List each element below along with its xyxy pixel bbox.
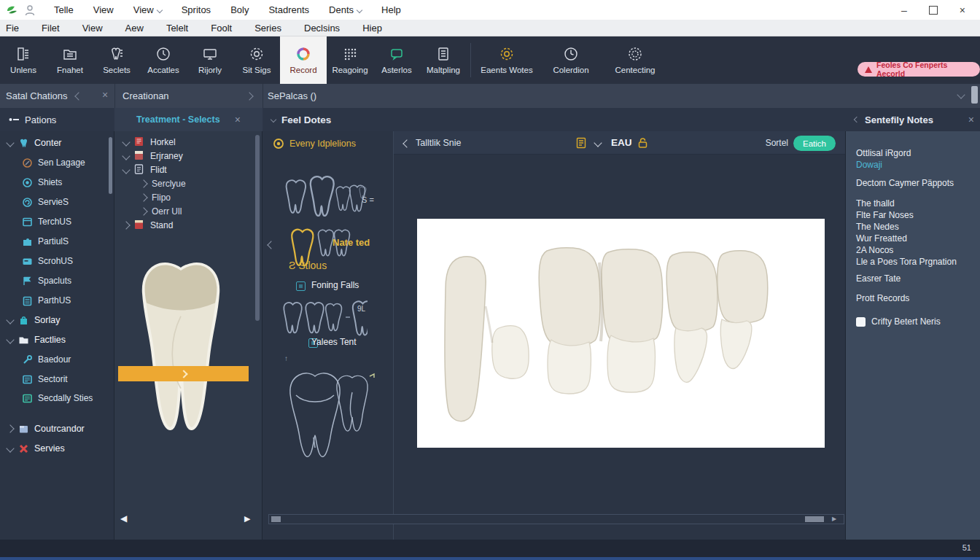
menu-series[interactable]: Series	[254, 23, 281, 34]
note-item[interactable]: Lle a Poes Tora Prgnation	[856, 256, 980, 268]
toolbar-asterlos-button[interactable]: Asterlos	[373, 36, 420, 84]
menu-foolt[interactable]: Foolt	[211, 23, 232, 34]
toolbar-fnahet-button[interactable]: Fnahet	[47, 36, 93, 84]
menu-help[interactable]: Help	[381, 4, 401, 15]
horizontal-scrollbar[interactable]: ▶	[268, 514, 844, 524]
sidebar-item-scrohus[interactable]: ScrohUS	[0, 255, 114, 267]
doc-yellow-icon[interactable]	[576, 137, 586, 149]
toolbar-unlens-button[interactable]: Unlens	[0, 36, 47, 84]
sidebar-item-terchus[interactable]: TerchUS	[0, 216, 114, 228]
next-arrow-button[interactable]: ▶	[244, 514, 250, 524]
sidebar-item-sen-lagage[interactable]: Sen Lagage	[0, 157, 114, 168]
note-item[interactable]: Flte Far Noses	[856, 209, 980, 221]
toolbar-accatles-button[interactable]: Accatles	[140, 36, 187, 84]
sidebar-item-sorlay[interactable]: Sorlay	[0, 314, 114, 326]
back-icon[interactable]	[402, 139, 411, 147]
scrollbar-thumb[interactable]	[255, 135, 260, 321]
notes-subheader[interactable]: Sentefily Notes ×	[846, 108, 980, 131]
scrollbar-thumb[interactable]	[971, 86, 978, 104]
minimize-button[interactable]: –	[901, 4, 907, 16]
menu-view[interactable]: View	[82, 23, 103, 34]
toolbar-rijorly-button[interactable]: Rijorly	[187, 36, 233, 84]
tree-item-erjraney[interactable]: Erjraney	[114, 150, 262, 161]
note-item[interactable]: Ottlisal iRgord	[856, 147, 980, 159]
menu-dents[interactable]: Dents	[329, 4, 362, 15]
menu-stadrents[interactable]: Stadrents	[268, 4, 309, 15]
chevron-down-icon[interactable]	[957, 90, 965, 98]
menu-aew[interactable]: Aew	[125, 23, 144, 34]
close-icon[interactable]: ×	[102, 89, 108, 101]
sidebar-item-baedour[interactable]: Baedour	[0, 354, 114, 365]
sidebar-item-sectorit[interactable]: Sectorit	[0, 373, 114, 385]
sidebar-item-coutrcandor[interactable]: Coutrcandor	[0, 423, 114, 435]
toolbar-eaents-wotes-button[interactable]: Eaents Wotes	[475, 36, 539, 84]
tree-item-stand[interactable]: Stand	[114, 219, 262, 230]
note-item[interactable]: Easrer Tate	[856, 273, 980, 284]
prev-arrow-button[interactable]: ◀	[120, 513, 127, 524]
menu-boly[interactable]: Boly	[230, 4, 249, 15]
checkbox-icon[interactable]	[296, 281, 306, 291]
toolbar-seclets-button[interactable]: Seclets	[93, 36, 140, 84]
chevron-left-icon[interactable]	[267, 241, 275, 249]
sidebar-item-spacluts[interactable]: Spacluts	[0, 275, 114, 287]
chevron-left-icon[interactable]	[74, 92, 82, 100]
edit-button[interactable]: Eatich	[793, 136, 836, 151]
notes-checkbox-row[interactable]: Crifty Betert Neris	[856, 316, 980, 327]
scroll-right-arrow[interactable]: ▶	[832, 516, 836, 522]
tooth-section-slider[interactable]	[118, 366, 249, 381]
close-icon[interactable]: ×	[235, 114, 241, 125]
scrollbar-thumb[interactable]	[109, 137, 112, 194]
alert-badge[interactable]: Feoles Co Fenperts Aecorld	[858, 62, 980, 77]
sidebar-item-secdally-sties[interactable]: Secdally Sties	[0, 393, 114, 415]
note-item[interactable]: 2A Nocos	[856, 244, 980, 256]
menu-fie[interactable]: Fie	[6, 23, 19, 34]
note-link[interactable]: Dowaji	[856, 159, 980, 171]
toolbar-record-button[interactable]: Record	[280, 36, 327, 84]
close-button[interactable]: ×	[960, 4, 965, 16]
tree-item-horkel[interactable]: Horkel	[114, 136, 262, 147]
sidebar-item-servies[interactable]: Servies	[0, 443, 114, 454]
toolbar-sitsigs-button[interactable]: Sit Sigs	[233, 36, 280, 84]
menu-telelt[interactable]: Telelt	[166, 23, 188, 34]
toolbar-colerdion-button[interactable]: Colerdion	[539, 36, 603, 84]
tree-item-flidt[interactable]: Flidt	[114, 164, 262, 175]
feel-dotes-subheader[interactable]: Feel Dotes	[262, 108, 846, 131]
maximize-button[interactable]	[929, 6, 938, 15]
chevron-right-icon[interactable]	[245, 92, 253, 100]
toolbar-centecting-button[interactable]: Centecting	[603, 36, 667, 84]
scrollbar-thumb[interactable]	[805, 516, 824, 522]
sidebar-item-conter[interactable]: Conter	[0, 137, 114, 149]
menu-hiep[interactable]: Hiep	[362, 23, 382, 34]
menu-declsins[interactable]: Declsins	[304, 23, 340, 34]
note-item[interactable]: Prott Records	[856, 292, 980, 304]
close-icon[interactable]: ×	[968, 114, 974, 125]
teeth-thumbnail-1[interactable]	[281, 164, 368, 231]
sidebar-item-parthus[interactable]: ParthUS	[0, 295, 114, 306]
treatment-tab[interactable]: Treatment - Selects ×	[114, 108, 262, 131]
scrollbar-thumb[interactable]	[271, 516, 281, 522]
note-item[interactable]: Wur Freatted	[856, 233, 980, 244]
note-item[interactable]: The thalld	[856, 198, 980, 209]
lock-yellow-icon[interactable]	[637, 137, 648, 149]
dental-chart-canvas[interactable]	[417, 219, 825, 448]
checkbox-icon[interactable]	[856, 317, 866, 327]
tree-item-oerr-ull[interactable]: Oerr Ull	[114, 206, 262, 217]
note-item[interactable]: Dectom Caymer Päppots	[856, 177, 980, 189]
sidebar-item-partiuls[interactable]: PartiulS	[0, 236, 114, 247]
note-item[interactable]: The Nedes	[856, 221, 980, 233]
menu-view-2[interactable]: View	[133, 4, 162, 15]
patients-subheader[interactable]: Pations	[0, 108, 114, 131]
toolbar-maltpling-button[interactable]: Maltpling	[420, 36, 467, 84]
sidebar-item-factlies[interactable]: Factlies	[0, 334, 114, 346]
sort-label[interactable]: Sortel	[766, 138, 788, 148]
menu-telle[interactable]: Telle	[54, 4, 74, 15]
teeth-thumbnail-5[interactable]	[332, 370, 378, 442]
sidebar-item-servies-s[interactable]: ServieS	[0, 196, 114, 208]
tree-item-flipo[interactable]: Flipo	[114, 192, 262, 203]
menu-filet[interactable]: Filet	[42, 23, 60, 34]
toolbar-reagoing-button[interactable]: Reagoing	[327, 36, 373, 84]
chevron-down-icon[interactable]	[594, 139, 602, 147]
menu-spritos[interactable]: Spritos	[182, 4, 211, 15]
menu-view-1[interactable]: View	[93, 4, 114, 15]
tree-item-serclyue[interactable]: Serclyue	[114, 178, 262, 189]
